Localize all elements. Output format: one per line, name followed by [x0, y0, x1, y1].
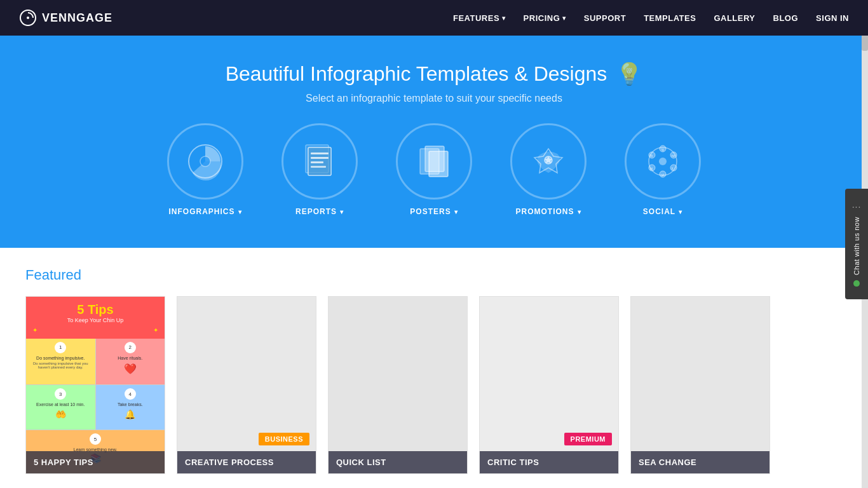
infographics-arrow: ▾: [238, 208, 242, 215]
card-badge-business: BUSINESS: [259, 433, 309, 445]
reports-arrow: ▾: [340, 208, 344, 215]
svg-rect-14: [311, 166, 326, 168]
social-icon: ig tw li yt pi fb: [644, 142, 682, 180]
pricing-dropdown-arrow: ▾: [562, 15, 566, 22]
svg-rect-11: [311, 152, 329, 154]
nav-item-gallery[interactable]: GALLERY: [714, 13, 755, 23]
nav-item-pricing[interactable]: PRICING▾: [524, 13, 566, 23]
reports-circle: [281, 123, 358, 200]
card-5-thumb: [631, 297, 770, 473]
card-label-critic-tips: CRITIC TIPS: [480, 451, 618, 473]
nav-item-blog[interactable]: BLOG: [773, 13, 799, 23]
brand-name: VENNGAGE: [42, 11, 112, 25]
card-creative-process[interactable]: CREATIVE PROCESS BUSINESS: [177, 296, 316, 474]
cell-3-text: Exercise at least 10 min.: [36, 402, 85, 407]
card-quick-list[interactable]: QUICK LIST: [328, 296, 468, 474]
svg-text:pi: pi: [650, 166, 653, 170]
cell-3: 3 Exercise at least 10 min. 🤲: [26, 385, 95, 430]
cell-2-text: Have rituals.: [118, 356, 142, 360]
hero-subtitle: Select an infographic template to suit y…: [13, 93, 855, 104]
chat-label: Chat with us now: [853, 217, 860, 275]
social-label: SOCIAL ▾: [643, 207, 682, 216]
posters-arrow: ▾: [454, 208, 458, 215]
posters-circle: [396, 123, 472, 200]
card-label-5-happy-tips: 5 HAPPY TIPS: [26, 451, 165, 473]
category-posters[interactable]: POSTERS ▾: [396, 123, 472, 216]
tip-number: 5 Tips: [32, 302, 158, 317]
nav-item-features[interactable]: FEATURES▾: [453, 13, 506, 23]
posters-label: POSTERS ▾: [410, 207, 458, 216]
svg-text:fb: fb: [650, 154, 653, 158]
svg-point-3: [200, 156, 210, 166]
reports-icon: [301, 142, 339, 180]
nav-item-signin[interactable]: SIGN IN: [816, 13, 849, 23]
svg-point-20: [659, 158, 667, 165]
svg-point-1: [27, 17, 29, 19]
social-arrow: ▾: [679, 208, 682, 215]
promotions-arrow: ▾: [578, 208, 581, 215]
chat-widget[interactable]: ··· Chat with us now: [845, 189, 868, 299]
cell-4: 4 Take breaks. 🔔: [96, 385, 165, 430]
hero-section: Beautiful Infographic Templates & Design…: [0, 36, 868, 248]
card-badge-premium: PREMIUM: [564, 433, 612, 445]
promotions-icon: [529, 142, 567, 180]
brand-icon: [19, 9, 37, 27]
nav-item-support[interactable]: SUPPORT: [584, 13, 626, 23]
navbar: VENNGAGE FEATURES▾ PRICING▾ SUPPORT TEMP…: [0, 0, 868, 36]
cell-1-text: Do something impulsive.: [36, 356, 85, 360]
svg-rect-17: [429, 151, 448, 177]
chat-online-indicator: [853, 280, 860, 287]
card-sea-change[interactable]: SEA CHANGE: [630, 296, 770, 474]
card-label-quick-list: QUICK LIST: [329, 451, 467, 473]
card-2-thumb: [177, 297, 316, 473]
featured-cards: 5 Tips To Keep Your Chin Up ✦ ✦ 1 Do som…: [25, 296, 843, 474]
infographics-label: INFOGRAPHICS ▾: [168, 207, 241, 216]
lightbulb-icon: 💡: [616, 61, 642, 86]
tip-subtitle: To Keep Your Chin Up: [32, 317, 158, 325]
featured-title: Featured: [25, 267, 843, 283]
card-4-thumb: [480, 297, 618, 473]
svg-text:li: li: [672, 166, 673, 170]
infographic-header: 5 Tips To Keep Your Chin Up ✦ ✦: [26, 297, 165, 339]
posters-icon: [415, 142, 453, 180]
category-infographics[interactable]: INFOGRAPHICS ▾: [167, 123, 243, 216]
featured-section: Featured 5 Tips To Keep Your Chin Up ✦ ✦…: [0, 248, 868, 488]
card-5-happy-tips[interactable]: 5 Tips To Keep Your Chin Up ✦ ✦ 1 Do som…: [25, 296, 165, 474]
reports-label: REPORTS ▾: [295, 207, 344, 216]
hero-category-icons: INFOGRAPHICS ▾: [13, 123, 855, 216]
nav-links: FEATURES▾ PRICING▾ SUPPORT TEMPLATES GAL…: [453, 13, 849, 23]
hero-title: Beautiful Infographic Templates & Design…: [226, 62, 607, 86]
cell-4-text: Take breaks.: [118, 402, 143, 407]
promotions-circle: [510, 123, 587, 200]
card-label-creative-process: CREATIVE PROCESS: [177, 451, 316, 473]
chat-menu-dots: ···: [852, 201, 862, 212]
cell-1: 1 Do something impulsive. Do something i…: [26, 339, 95, 385]
svg-text:yt: yt: [661, 173, 665, 177]
promotions-label: PROMOTIONS ▾: [515, 207, 581, 216]
infographic-dots: ✦ ✦: [32, 327, 158, 334]
category-social[interactable]: ig tw li yt pi fb SOCIAL ▾: [625, 123, 701, 216]
cell-2: 2 Have rituals. ❤️: [96, 339, 165, 385]
card-label-sea-change: SEA CHANGE: [631, 451, 770, 473]
hero-title-row: Beautiful Infographic Templates & Design…: [13, 61, 855, 86]
svg-text:ig: ig: [661, 147, 664, 151]
svg-text:tw: tw: [672, 154, 675, 158]
svg-rect-13: [311, 161, 323, 163]
svg-rect-12: [311, 157, 329, 159]
infographics-circle: [167, 123, 243, 200]
social-circle: ig tw li yt pi fb: [625, 123, 701, 200]
brand-logo[interactable]: VENNGAGE: [19, 9, 112, 27]
infographic-thumb: 5 Tips To Keep Your Chin Up ✦ ✦ 1 Do som…: [26, 297, 165, 473]
card-3-thumb: [329, 297, 467, 473]
features-dropdown-arrow: ▾: [502, 15, 506, 22]
nav-item-templates[interactable]: TEMPLATES: [644, 13, 696, 23]
category-promotions[interactable]: PROMOTIONS ▾: [510, 123, 587, 216]
card-critic-tips[interactable]: CRITIC TIPS PREMIUM: [479, 296, 619, 474]
pie-chart-icon: [186, 142, 224, 180]
category-reports[interactable]: REPORTS ▾: [281, 123, 358, 216]
